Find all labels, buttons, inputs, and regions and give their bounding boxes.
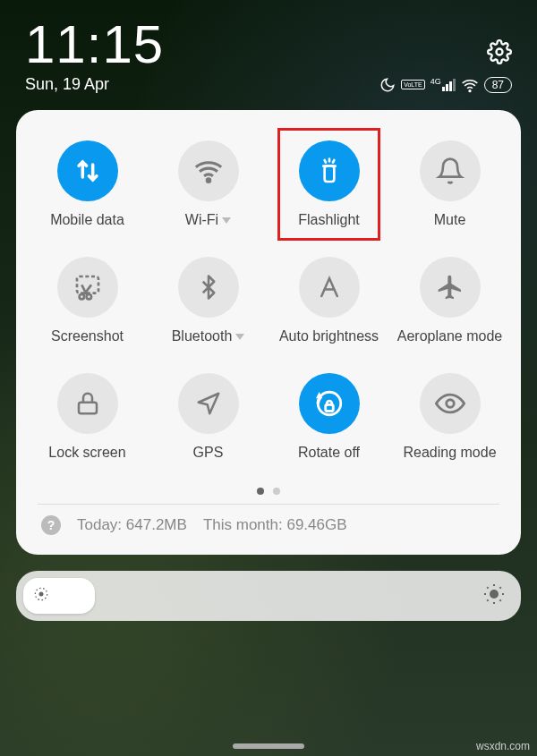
tile-screenshot[interactable]: Screenshot <box>29 253 146 348</box>
svg-line-16 <box>487 587 488 588</box>
auto-brightness-icon <box>299 257 360 318</box>
svg-point-6 <box>86 294 90 299</box>
tile-mobile-data[interactable]: Mobile data <box>29 137 146 232</box>
page-dot-2[interactable] <box>273 488 280 495</box>
svg-point-2 <box>207 179 209 182</box>
tile-label: Mobile data <box>50 212 124 228</box>
tile-label: Rotate off <box>298 445 360 461</box>
clock: 11:15 <box>25 18 164 72</box>
chevron-down-icon[interactable] <box>222 217 231 224</box>
tile-bluetooth[interactable]: Bluetooth <box>149 253 267 348</box>
rotate-off-icon <box>299 373 360 434</box>
gps-icon <box>178 373 239 434</box>
tile-label: Bluetooth <box>172 328 245 344</box>
tile-wifi[interactable]: Wi-Fi <box>149 137 267 232</box>
brightness-slider[interactable] <box>16 571 521 621</box>
tile-gps[interactable]: GPS <box>149 370 267 464</box>
nav-gesture-pill[interactable] <box>233 743 304 749</box>
tile-label: Aeroplane mode <box>397 328 502 344</box>
tile-label: Wi-Fi <box>185 212 231 228</box>
tile-label: GPS <box>193 445 224 461</box>
svg-line-21 <box>499 587 500 588</box>
screenshot-icon <box>57 257 118 318</box>
brightness-low-icon <box>32 585 50 607</box>
info-icon: ? <box>41 515 61 535</box>
svg-line-17 <box>499 599 500 600</box>
reading-mode-icon <box>420 373 481 434</box>
watermark: wsxdn.com <box>476 740 530 752</box>
svg-rect-9 <box>325 404 333 411</box>
tile-auto-brightness[interactable]: Auto brightness <box>270 253 388 348</box>
bluetooth-icon <box>178 257 239 318</box>
wifi-status-icon <box>461 76 479 94</box>
flashlight-icon <box>299 140 360 201</box>
svg-rect-3 <box>324 166 334 182</box>
dnd-icon <box>379 77 396 93</box>
svg-point-5 <box>79 294 83 299</box>
wifi-icon <box>178 140 239 201</box>
usage-month: This month: 69.46GB <box>203 516 347 534</box>
svg-point-10 <box>446 400 454 408</box>
tile-label: Mute <box>434 212 466 228</box>
mute-icon <box>420 140 481 201</box>
tile-flashlight[interactable]: Flashlight <box>270 137 388 232</box>
tile-label: Auto brightness <box>279 328 379 344</box>
pagination-dots[interactable] <box>29 488 508 495</box>
mobile-data-icon <box>57 140 118 201</box>
tile-lock-screen[interactable]: Lock screen <box>29 370 146 464</box>
settings-icon[interactable] <box>487 39 512 68</box>
quick-settings-panel: Mobile dataWi-FiFlashlightMuteScreenshot… <box>16 110 521 555</box>
svg-point-0 <box>497 49 503 55</box>
signal-icon: 4G <box>430 79 456 91</box>
lock-screen-icon <box>57 373 118 434</box>
data-usage[interactable]: ? Today: 647.2MB This month: 69.46GB <box>29 505 508 540</box>
tile-aeroplane-mode[interactable]: Aeroplane mode <box>391 253 508 348</box>
tile-reading-mode[interactable]: Reading mode <box>391 370 508 464</box>
tile-label: Screenshot <box>51 328 124 344</box>
status-icons: VoLTE 4G 87 <box>379 76 512 94</box>
volte-icon: VoLTE <box>401 80 425 89</box>
svg-point-1 <box>469 89 471 91</box>
svg-rect-7 <box>79 403 97 414</box>
date: Sun, 19 Apr <box>25 75 109 94</box>
tile-label: Reading mode <box>403 445 496 461</box>
svg-point-13 <box>490 590 498 598</box>
tile-label: Lock screen <box>48 445 125 461</box>
svg-line-20 <box>487 599 488 600</box>
battery-indicator: 87 <box>484 77 512 93</box>
brightness-high-icon <box>483 583 505 608</box>
usage-today: Today: 647.2MB <box>77 516 187 534</box>
aeroplane-mode-icon <box>420 257 481 318</box>
chevron-down-icon[interactable] <box>235 334 244 340</box>
tile-label: Flashlight <box>298 212 359 228</box>
svg-point-11 <box>39 592 44 597</box>
page-dot-1[interactable] <box>257 488 264 495</box>
tile-rotate-off[interactable]: Rotate off <box>270 370 388 464</box>
tile-mute[interactable]: Mute <box>391 137 508 232</box>
